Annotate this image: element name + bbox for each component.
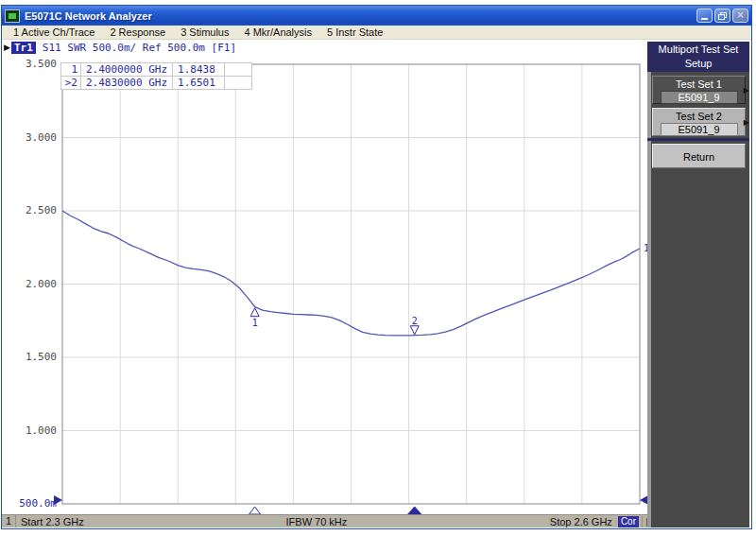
close-button[interactable]: × — [732, 9, 748, 23]
app-window: E5071C Network Analyzer × 1 Active Ch/Tr… — [2, 6, 751, 528]
marker-1-label: 1 — [252, 318, 258, 328]
minimize-button[interactable] — [696, 9, 713, 23]
trace-definition: S11 SWR 500.0m/ Ref 500.0m [F1] — [43, 42, 236, 54]
softkey-sidebar: Multiport Test Set Setup Test Set 1E5091… — [647, 42, 749, 527]
submenu-arrow-icon: ▶ — [744, 86, 749, 95]
restore-icon — [718, 12, 727, 20]
close-icon: × — [737, 9, 744, 22]
softkey-label: Test Set 1 — [659, 78, 739, 91]
graticule — [62, 64, 640, 504]
stop-frequency: Stop 2.6 GHz — [415, 516, 618, 527]
marker-readout-table: 12.4000000 GHz1.8438>22.4830000 GHz1.650… — [60, 62, 252, 90]
minimize-icon — [701, 18, 708, 20]
stimulus-marker-2[interactable] — [408, 507, 421, 514]
restore-button[interactable] — [714, 9, 730, 23]
menu-item-2[interactable]: 2 Response — [102, 26, 173, 38]
menu-item-4[interactable]: 4 Mkr/Analysis — [236, 26, 319, 38]
title-bar: E5071C Network Analyzer × — [2, 6, 751, 26]
chart-plot: 121 — [49, 53, 656, 518]
menu-item-3[interactable]: 3 Stimulus — [173, 26, 236, 38]
channel-indicator: 1 — [2, 515, 16, 527]
start-frequency: Start 2.3 GHz — [16, 516, 218, 527]
softkey-divider — [647, 138, 749, 141]
app-icon — [5, 9, 20, 23]
softkey-test-set-1[interactable]: Test Set 1E5091_9▶ — [652, 76, 746, 104]
menu-item-1[interactable]: 1 Active Ch/Trace — [6, 26, 102, 38]
softkey-menu-title: Multiport Test Set Setup — [647, 42, 749, 72]
marker-2-symbol[interactable] — [410, 326, 419, 335]
window-title: E5071C Network Analyzer — [25, 10, 695, 22]
softkey-value: E5091_9 — [661, 123, 738, 136]
marker-1-symbol[interactable] — [250, 308, 259, 317]
return-button[interactable]: Return — [652, 144, 746, 168]
submenu-arrow-icon: ▶ — [744, 118, 749, 127]
marker-row-1: 12.4000000 GHz1.8438 — [61, 63, 252, 77]
trace-badge[interactable]: Tr1 — [11, 42, 36, 54]
trace-status-line: ▶ Tr1 S11 SWR 500.0m/ Ref 500.0m [F1] — [4, 41, 236, 54]
ifbw-readout: IFBW 70 kHz — [218, 516, 416, 527]
content-area: ▶ Tr1 S11 SWR 500.0m/ Ref 500.0m [F1] 3.… — [2, 40, 751, 528]
softkey-label: Test Set 2 — [659, 111, 739, 123]
correction-badge: Cor — [618, 516, 639, 527]
stimulus-marker-1[interactable] — [249, 507, 261, 514]
status-bar: 1 Start 2.3 GHz IFBW 70 kHz Stop 2.6 GHz… — [2, 514, 651, 527]
softkey-test-set-2[interactable]: Test Set 2E5091_9▶ — [652, 108, 746, 136]
ref-level-arrow-left — [54, 495, 62, 505]
menu-item-5[interactable]: 5 Instr State — [319, 26, 390, 38]
softkey-value: E5091_9 — [661, 91, 738, 104]
active-trace-pointer-icon: ▶ — [4, 41, 10, 54]
menu-bar: 1 Active Ch/Trace2 Response3 Stimulus4 M… — [2, 26, 751, 40]
marker-2-label: 2 — [412, 316, 418, 326]
marker-row-2: >22.4830000 GHz1.6501 — [61, 77, 252, 90]
